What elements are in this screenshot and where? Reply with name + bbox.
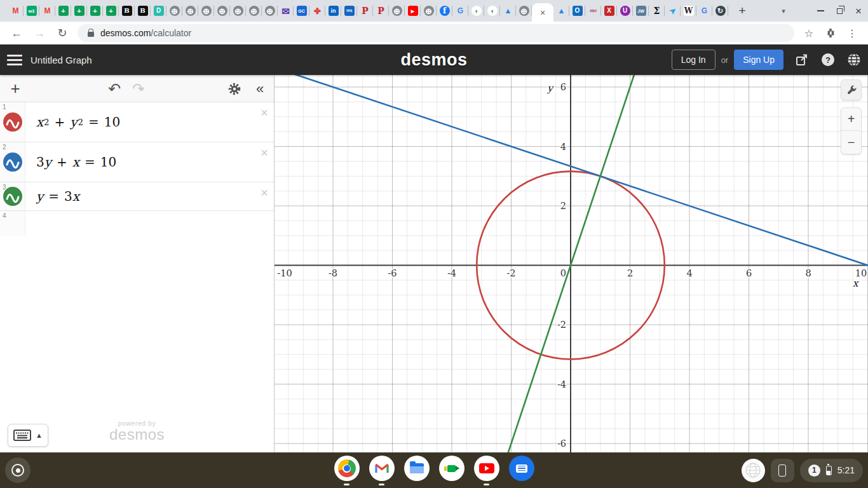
tab-twitter[interactable]: ➤ [665,0,681,22]
tab-linkedin[interactable]: in [325,0,341,22]
window-restore-button[interactable] [830,0,849,22]
tab-globe-site[interactable]: ⊕ [262,0,278,22]
tab-globe-site[interactable]: ⊕ [246,0,262,22]
tab-b-app[interactable]: B [119,0,135,22]
graph-title[interactable]: Untitled Graph [31,55,92,65]
help-button[interactable]: ? [820,52,836,67]
language-button[interactable] [846,52,862,67]
tab-flask-blue[interactable]: ▲ [553,0,569,22]
address-bar[interactable]: desmos.com /calculator [78,24,794,42]
tab-close-icon[interactable]: × [540,8,545,18]
expression-row-3[interactable]: 3y=3x× [0,182,274,211]
tab-google-sheets[interactable]: + [71,0,87,22]
extensions-button[interactable] [822,24,839,42]
tab-u-purple[interactable]: U [617,0,633,22]
tab-search-button[interactable]: ▾ [774,0,793,22]
tab-google-sheets[interactable]: + [103,0,119,22]
tab-x-red[interactable]: X [601,0,617,22]
graph-canvas[interactable]: -10-8-6-4-20246810642-2-4-6yx + − [275,75,868,452]
tab-mail-purple[interactable]: ✉ [278,0,294,22]
keyboard-toggle-button[interactable]: ▲ [8,424,48,447]
globe-app-button[interactable] [742,459,765,482]
browser-menu-button[interactable]: ⋮ [843,24,861,42]
tab-green-crescent[interactable]: ◖ [484,0,500,22]
tab-wikipedia[interactable]: W [681,0,696,22]
tab-google-classroom[interactable]: GC [294,0,309,22]
zoom-out-button[interactable]: − [841,131,861,154]
sign-up-button[interactable]: Sign Up [734,50,783,70]
tab-globe-site[interactable]: ⊕ [389,0,405,22]
expression-color-icon[interactable] [3,187,22,208]
hamburger-menu-button[interactable] [7,52,22,68]
tab-globe-site[interactable]: ⊕ [166,0,182,22]
dock-app-chrome[interactable] [334,456,360,485]
expression-row-1[interactable]: 1x2+y2=10× [0,102,274,142]
tab-youtube[interactable]: ▶ [405,0,421,22]
expression-row-2[interactable]: 23y+x=10× [0,142,274,182]
dock-app-youtube[interactable] [473,456,500,485]
system-tray[interactable]: 1 5:21 [800,459,863,482]
tab-outlook[interactable]: O [569,0,585,22]
tab-globe-site[interactable]: ⊕ [214,0,230,22]
tab-b-app[interactable]: B [135,0,151,22]
new-tab-button[interactable]: + [733,2,751,20]
expression-input-1[interactable]: x2+y2=10 [25,102,274,142]
expression-color-icon[interactable] [3,112,22,134]
tab-globe-site[interactable]: ⊕ [516,0,532,22]
dock-app-messages[interactable] [508,456,535,485]
tab-gmail[interactable]: M [39,0,55,22]
redo-button[interactable]: ↷ [126,75,151,102]
delete-expression-button[interactable]: × [261,146,268,159]
bookmark-star-button[interactable]: ☆ [800,24,818,42]
expression-input-3[interactable]: y=3x [25,182,274,210]
add-expression-button[interactable]: + [3,75,28,102]
tab-red-flower[interactable]: ✤ [309,0,325,22]
active-tab-desmos[interactable]: × [532,3,553,22]
share-button[interactable] [794,52,810,67]
delete-expression-button[interactable]: × [261,106,268,119]
tab-d-app[interactable]: D [151,0,166,22]
zoom-in-button[interactable]: + [841,108,861,131]
tab-globe-site[interactable]: ⊕ [421,0,437,22]
expression-input-2[interactable]: 3y+x=10 [25,142,274,182]
tab-google[interactable]: G [452,0,468,22]
tab-flask-blue[interactable]: ▲ [500,0,516,22]
graph-settings-button[interactable] [222,75,247,102]
window-close-button[interactable]: × [849,0,868,22]
tab-google[interactable]: G [696,0,712,22]
collapse-panel-button[interactable]: « [247,75,273,102]
tab-asu[interactable]: ASU [585,0,601,22]
undo-button[interactable]: ↶ [102,75,127,102]
graph-settings-wrench-button[interactable] [841,79,862,100]
tab-jw[interactable]: JW [633,0,649,22]
tab-gmail[interactable]: M [8,0,24,22]
dock-app-gmail[interactable] [369,456,395,485]
expression-gutter-2[interactable]: 2 [0,142,25,182]
expression-color-icon[interactable] [3,152,22,174]
reload-button[interactable]: ↻ [53,24,71,42]
expression-gutter-3[interactable]: 3 [0,182,25,210]
forward-button[interactable]: → [31,24,48,42]
log-in-button[interactable]: Log In [672,50,715,70]
tab-globe-site[interactable]: ⊕ [198,0,214,22]
delete-expression-button[interactable]: × [261,186,268,199]
dock-app-meet[interactable] [438,456,465,485]
tab-facebook[interactable]: f [437,0,452,22]
expression-gutter-4[interactable]: 4 [0,211,25,236]
tab-sigma[interactable]: Σ [649,0,665,22]
tab-google-sheets[interactable]: + [87,0,103,22]
tab-globe-site[interactable]: ⊕ [182,0,198,22]
dock-app-files[interactable] [403,456,430,485]
expression-gutter-1[interactable]: 1 [0,102,25,142]
tab-google-sheets[interactable]: + [55,0,71,22]
back-button[interactable]: ← [8,24,25,42]
tab-refresh-dark[interactable]: ↻ [712,0,728,22]
expression-row-4[interactable]: 4 [0,211,274,236]
window-minimize-button[interactable] [811,0,830,22]
tab-tps[interactable]: TPS [341,0,357,22]
tab-w3schools[interactable]: w3 [24,0,39,22]
tab-p-red[interactable]: P [373,0,389,22]
phone-hub-button[interactable] [771,459,794,482]
expression-input-4[interactable] [25,211,274,236]
tab-p-red[interactable]: P [357,0,373,22]
